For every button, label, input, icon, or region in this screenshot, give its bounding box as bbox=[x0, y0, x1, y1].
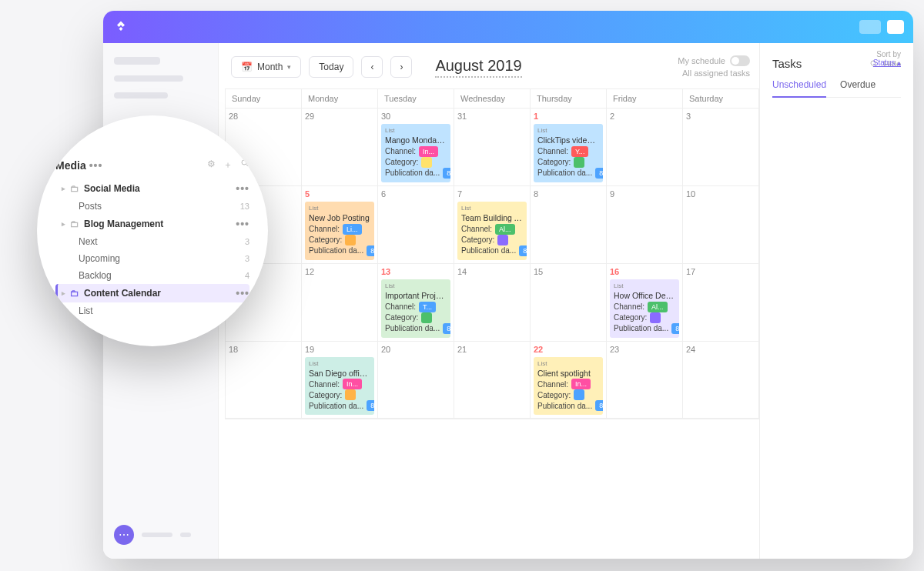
folder-row[interactable]: ▸🗀Blog Management••• bbox=[55, 215, 249, 233]
day-number: 30 bbox=[381, 112, 450, 121]
list-name: List bbox=[79, 306, 93, 316]
day-cell[interactable]: 24 bbox=[683, 342, 759, 419]
day-cell[interactable]: 20 bbox=[378, 342, 454, 419]
list-count: 3 bbox=[245, 254, 249, 263]
calendar-event[interactable]: ListMango Monday new eChannel: In...Cate… bbox=[381, 124, 450, 182]
today-button[interactable]: Today bbox=[309, 56, 353, 78]
day-number: 7 bbox=[457, 189, 527, 199]
chevron-down-icon: ▾ bbox=[287, 63, 291, 71]
list-row[interactable]: Backlog4 bbox=[55, 267, 249, 284]
toggle-icon bbox=[730, 55, 750, 66]
sidebar-skeleton bbox=[114, 57, 160, 65]
tasks-title: Tasks bbox=[772, 57, 802, 70]
tasks-panel: Tasks Hide Sort by Status ▴ Unscheduled … bbox=[759, 43, 913, 559]
folder-row[interactable]: ▸🗀Social Media••• bbox=[55, 179, 249, 198]
calendar-event[interactable]: ListClickTips video - InboChannel: Y...C… bbox=[534, 124, 603, 182]
more-icon[interactable]: ••• bbox=[89, 159, 103, 172]
list-name: Upcoming bbox=[79, 253, 120, 264]
topbar-pill-1[interactable] bbox=[859, 20, 881, 34]
space-title[interactable]: Media ••• bbox=[55, 159, 102, 172]
day-number: 5 bbox=[305, 189, 374, 199]
chevron-left-icon: ‹ bbox=[370, 62, 373, 72]
day-cell[interactable]: 30ListMango Monday new eChannel: In...Ca… bbox=[378, 109, 454, 186]
gear-icon[interactable]: ⚙ bbox=[207, 159, 216, 172]
day-cell[interactable]: 1ListClickTips video - InboChannel: Y...… bbox=[531, 109, 607, 186]
folder-name: Social Media bbox=[84, 183, 140, 194]
plus-icon[interactable]: ＋ bbox=[223, 159, 233, 172]
list-name: Posts bbox=[79, 201, 102, 212]
day-number: 14 bbox=[457, 267, 527, 276]
day-header: Sunday bbox=[226, 89, 302, 109]
category-chip bbox=[574, 157, 584, 168]
more-icon[interactable]: ••• bbox=[236, 218, 249, 230]
day-number: 23 bbox=[610, 345, 679, 354]
list-count: 13 bbox=[240, 202, 249, 211]
tab-overdue[interactable]: Overdue bbox=[840, 79, 875, 97]
calendar-event[interactable]: ListClient spotlightChannel: In...Catego… bbox=[534, 357, 603, 416]
event-list-label: List bbox=[461, 205, 523, 213]
event-title: Client spotlight bbox=[537, 368, 599, 379]
publication-chip: 8... bbox=[519, 245, 527, 256]
day-cell[interactable]: 9 bbox=[607, 186, 683, 264]
chat-launcher[interactable]: ⋯ bbox=[114, 525, 191, 545]
list-row[interactable]: Posts13 bbox=[55, 198, 249, 215]
event-list-label: List bbox=[385, 282, 447, 291]
calendar-title[interactable]: August 2019 bbox=[435, 57, 521, 78]
main: 📅 Month ▾ Today ‹ › August 2019 My sched… bbox=[219, 43, 913, 559]
day-cell[interactable]: 6 bbox=[378, 186, 454, 264]
day-number: 20 bbox=[381, 345, 450, 354]
more-icon[interactable]: ••• bbox=[236, 182, 249, 195]
list-name: Backlog bbox=[79, 270, 112, 281]
calendar-event[interactable]: ListImportant Project ManChannel: T...Ca… bbox=[381, 279, 450, 338]
day-cell[interactable]: 29 bbox=[302, 109, 378, 186]
folder-icon: 🗀 bbox=[70, 219, 79, 229]
list-row[interactable]: List8 bbox=[55, 302, 249, 319]
my-schedule-toggle[interactable]: My schedule All assigned tasks bbox=[678, 55, 750, 79]
category-chip bbox=[497, 235, 508, 245]
day-cell[interactable]: 10 bbox=[683, 186, 759, 264]
list-row[interactable]: Upcoming3 bbox=[55, 250, 249, 267]
event-title: ClickTips video - Inbo bbox=[537, 135, 599, 145]
folder-tree: ▸🗀Social Media•••Posts13▸🗀Blog Managemen… bbox=[55, 179, 249, 319]
calendar-event[interactable]: ListTeam Building ActivitiChannel: Al...… bbox=[457, 202, 527, 260]
app-logo[interactable] bbox=[112, 18, 129, 35]
day-cell[interactable]: 14 bbox=[454, 264, 531, 342]
day-cell[interactable]: 5ListNew Job PostingChannel: Li...Catego… bbox=[302, 186, 378, 264]
day-cell[interactable]: 13ListImportant Project ManChannel: T...… bbox=[378, 264, 454, 342]
next-button[interactable]: › bbox=[390, 56, 412, 78]
list-row[interactable]: Next3 bbox=[55, 233, 249, 250]
day-cell[interactable]: 19ListSan Diego office tourChannel: In..… bbox=[302, 342, 378, 419]
day-cell[interactable]: 2 bbox=[607, 109, 683, 186]
day-cell[interactable]: 16ListHow Office Design imChannel: Al...… bbox=[607, 264, 683, 342]
view-mode-dropdown[interactable]: 📅 Month ▾ bbox=[231, 56, 301, 78]
event-title: How Office Design im bbox=[614, 290, 675, 301]
day-cell[interactable]: 21 bbox=[454, 342, 531, 419]
day-cell[interactable]: 31 bbox=[454, 109, 531, 186]
day-cell[interactable]: 7ListTeam Building ActivitiChannel: Al..… bbox=[454, 186, 531, 264]
topbar-pill-2[interactable] bbox=[887, 20, 904, 34]
day-number: 21 bbox=[457, 345, 527, 354]
day-number: 8 bbox=[534, 189, 603, 199]
event-list-label: List bbox=[537, 360, 599, 369]
calendar-event[interactable]: ListHow Office Design imChannel: Al...Ca… bbox=[610, 279, 679, 338]
day-cell[interactable]: 22ListClient spotlightChannel: In...Cate… bbox=[531, 342, 607, 419]
day-cell[interactable]: 23 bbox=[607, 342, 683, 419]
calendar-event[interactable]: ListNew Job PostingChannel: Li...Categor… bbox=[305, 202, 374, 260]
day-cell[interactable]: 12 bbox=[302, 264, 378, 342]
space-popover: Media ••• ⚙ ＋ ▸🗀Social Media•••Posts13▸🗀… bbox=[37, 115, 268, 346]
folder-row[interactable]: ▸🗀Content Calendar••• bbox=[55, 284, 249, 302]
day-cell[interactable]: 3 bbox=[683, 109, 759, 186]
day-cell[interactable]: 8 bbox=[531, 186, 607, 264]
prev-button[interactable]: ‹ bbox=[361, 56, 383, 78]
day-number: 22 bbox=[534, 345, 603, 354]
channel-chip: Al... bbox=[648, 302, 668, 312]
publication-chip: 8... bbox=[367, 245, 374, 256]
calendar-event[interactable]: ListSan Diego office tourChannel: In...C… bbox=[305, 357, 374, 416]
day-cell[interactable]: 15 bbox=[531, 264, 607, 342]
day-cell[interactable]: 18 bbox=[226, 342, 302, 419]
event-title: New Job Posting bbox=[309, 212, 370, 223]
day-cell[interactable]: 17 bbox=[683, 264, 759, 342]
tab-unscheduled[interactable]: Unscheduled bbox=[772, 79, 826, 98]
day-number: 10 bbox=[686, 189, 755, 199]
chat-skeleton bbox=[142, 533, 172, 537]
